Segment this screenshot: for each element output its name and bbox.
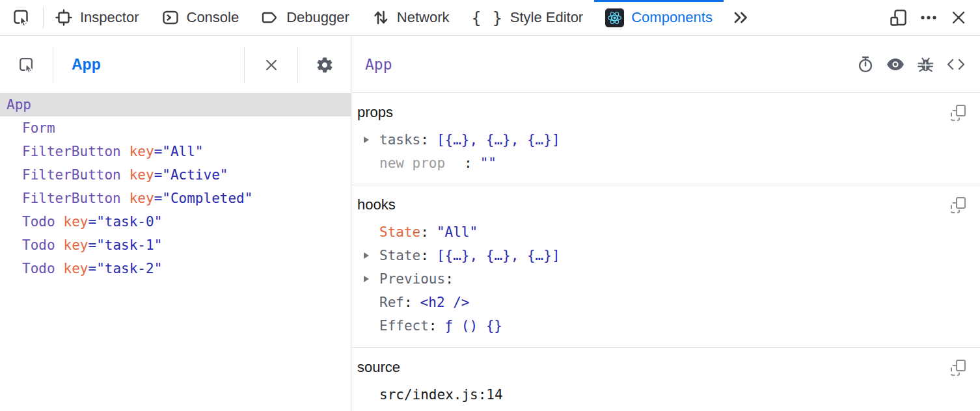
expand-arrow-icon[interactable] xyxy=(364,276,369,282)
tab-debugger[interactable]: Debugger xyxy=(250,0,361,35)
key-attr-name: key xyxy=(64,214,88,230)
component-details-panel: App xyxy=(352,36,980,411)
colon: : xyxy=(420,224,429,240)
hook-name: Ref xyxy=(379,295,404,310)
hook-name: State xyxy=(379,248,420,263)
hook-row[interactable]: Ref: <h2 /> xyxy=(352,291,980,314)
colon: : xyxy=(420,132,429,148)
expand-arrow-icon[interactable] xyxy=(364,252,369,259)
hook-row[interactable]: State: [{…}, {…}, {…}] xyxy=(352,244,980,267)
section-label: hooks xyxy=(357,196,396,213)
tab-components[interactable]: Components xyxy=(594,0,724,35)
expand-arrow-icon[interactable] xyxy=(364,137,369,143)
stopwatch-icon[interactable] xyxy=(857,55,874,73)
tab-overflow-button[interactable] xyxy=(724,0,757,35)
console-icon xyxy=(161,8,180,27)
colon: : xyxy=(420,248,429,263)
chevron-double-right-icon xyxy=(731,8,750,27)
colon: : xyxy=(429,318,437,334)
eye-icon[interactable] xyxy=(886,57,905,72)
key-attr-name: key xyxy=(129,144,154,159)
tree-item-form[interactable]: Form xyxy=(0,116,351,140)
tree-item-app[interactable]: App xyxy=(0,93,351,116)
prop-row[interactable]: tasks: [{…}, {…}, {…}] xyxy=(352,128,980,152)
hook-value: ƒ () {} xyxy=(445,318,503,334)
component-name: App xyxy=(7,97,31,113)
tree-toolbar: App xyxy=(0,36,351,93)
prop-name: tasks xyxy=(379,132,420,148)
components-tree-panel: App App Form FilterButtonkey="All" Filte… xyxy=(0,36,351,411)
tree-item-todo[interactable]: Todokey="task-1" xyxy=(0,233,351,257)
copy-icon[interactable] xyxy=(951,197,966,213)
tree-item-filterbutton[interactable]: FilterButtonkey="Active" xyxy=(0,163,351,187)
tree-item-todo[interactable]: Todokey="task-2" xyxy=(0,257,351,280)
inspector-icon xyxy=(55,8,73,27)
pick-element-button[interactable] xyxy=(0,0,43,35)
tree-item-filterbutton[interactable]: FilterButtonkey="All" xyxy=(0,140,351,163)
hook-row[interactable]: Effect: ƒ () {} xyxy=(352,314,980,338)
prop-value: [{…}, {…}, {…}] xyxy=(437,132,560,148)
key-attr-value: ="All" xyxy=(154,144,204,159)
key-attr-name: key xyxy=(64,261,88,276)
copy-icon[interactable] xyxy=(951,360,966,376)
react-logo-icon xyxy=(605,8,624,27)
settings-button[interactable] xyxy=(298,56,351,74)
code-brackets-icon[interactable] xyxy=(946,56,966,73)
component-tree: App Form FilterButtonkey="All" FilterBut… xyxy=(0,93,351,280)
hooks-section: hooks State: "All" State: [{…}, {…}, {…}… xyxy=(352,196,980,348)
key-attr-value: ="Completed" xyxy=(154,191,253,206)
hook-row[interactable]: State: "All" xyxy=(352,220,980,244)
new-prop-value-input[interactable]: "" xyxy=(480,155,497,171)
tab-network[interactable]: Network xyxy=(361,0,461,35)
colon: : xyxy=(404,295,413,310)
source-row[interactable]: src/index.js:14 xyxy=(352,383,980,406)
braces-icon: { } xyxy=(472,8,503,27)
tab-label: Inspector xyxy=(80,9,139,26)
tab-inspector[interactable]: Inspector xyxy=(44,0,150,35)
tab-label: Style Editor xyxy=(510,9,584,26)
clear-search-button[interactable] xyxy=(245,57,297,73)
hook-name: Previous xyxy=(379,271,445,287)
close-icon xyxy=(950,9,967,26)
hook-row[interactable]: Previous: xyxy=(352,267,980,291)
component-name: FilterButton xyxy=(22,144,121,159)
key-attr-name: key xyxy=(64,237,88,253)
close-icon xyxy=(264,57,279,73)
hook-value: "All" xyxy=(437,224,478,240)
section-label: props xyxy=(357,104,393,121)
tree-item-filterbutton[interactable]: FilterButtonkey="Completed" xyxy=(0,187,351,210)
pick-component-button[interactable] xyxy=(0,56,53,74)
source-section: source src/index.js:14 xyxy=(352,358,980,411)
debugger-icon xyxy=(261,8,279,27)
close-devtools-button[interactable] xyxy=(944,0,973,35)
tab-style-editor[interactable]: { } Style Editor xyxy=(461,0,595,35)
new-prop-row[interactable]: new prop: "" xyxy=(352,152,980,175)
meatball-menu-icon xyxy=(919,8,938,27)
component-name: Form xyxy=(22,120,55,136)
copy-icon[interactable] xyxy=(951,105,966,121)
hook-value: <h2 /> xyxy=(420,295,470,310)
key-attr-value: ="task-0" xyxy=(88,214,163,230)
devtools-menu-button[interactable] xyxy=(914,0,944,35)
tab-console[interactable]: Console xyxy=(150,0,251,35)
responsive-design-button[interactable] xyxy=(884,0,914,35)
props-section: props tasks: [{…}, {…}, {…}] new prop: "… xyxy=(352,103,980,185)
tree-item-todo[interactable]: Todokey="task-0" xyxy=(0,210,351,233)
component-name: FilterButton xyxy=(22,167,121,183)
network-arrows-icon xyxy=(372,8,390,27)
key-attr-value: ="task-2" xyxy=(88,261,163,276)
new-prop-input[interactable]: new prop xyxy=(379,155,464,171)
colon: : xyxy=(445,271,454,287)
pick-element-icon xyxy=(18,56,36,74)
tab-label: Console xyxy=(187,9,239,26)
key-attr-value: ="Active" xyxy=(154,167,228,183)
colon: : xyxy=(464,155,472,171)
key-attr-name: key xyxy=(129,191,154,206)
tab-label: Components xyxy=(631,9,713,26)
bug-icon[interactable] xyxy=(917,56,934,73)
gear-icon xyxy=(316,56,334,74)
selected-component-title: App xyxy=(365,56,392,73)
search-input[interactable]: App xyxy=(53,56,244,73)
hook-value: [{…}, {…}, {…}] xyxy=(437,248,560,263)
pick-element-icon xyxy=(12,8,31,27)
